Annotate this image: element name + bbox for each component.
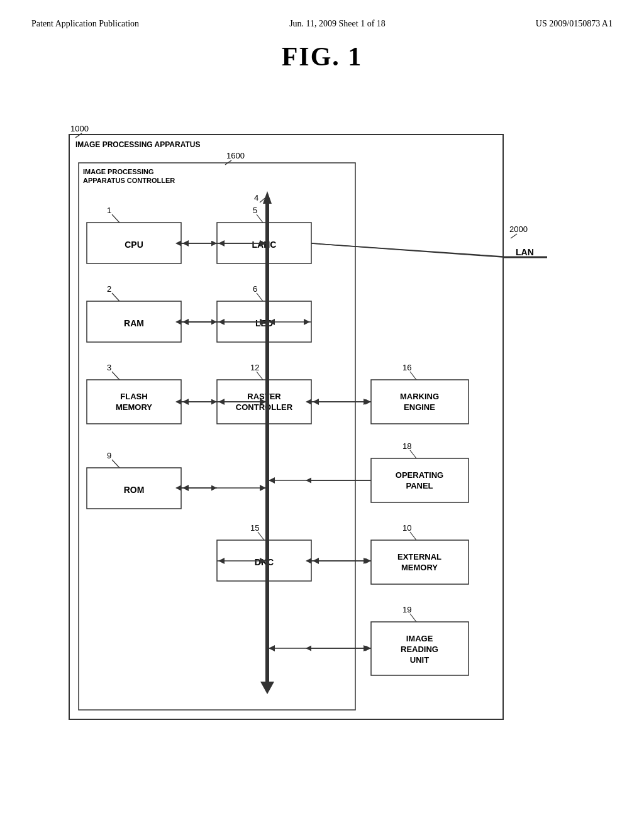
svg-marker-104 bbox=[269, 477, 275, 484]
svg-line-23 bbox=[112, 460, 119, 468]
header-center: Jun. 11, 2009 Sheet 1 of 18 bbox=[289, 19, 386, 29]
svg-marker-82 bbox=[260, 682, 274, 694]
svg-text:MEMORY: MEMORY bbox=[401, 563, 438, 572]
svg-marker-80 bbox=[263, 191, 272, 204]
svg-text:READING: READING bbox=[401, 645, 438, 654]
svg-line-59 bbox=[410, 614, 416, 622]
svg-text:LAN: LAN bbox=[516, 247, 534, 257]
svg-rect-41 bbox=[217, 540, 311, 581]
svg-marker-93 bbox=[260, 485, 266, 491]
svg-rect-11 bbox=[87, 223, 181, 263]
svg-rect-32 bbox=[217, 301, 311, 342]
svg-line-10 bbox=[112, 214, 119, 223]
svg-line-31 bbox=[257, 293, 263, 301]
svg-text:IMAGE PROCESSING APPARATUS: IMAGE PROCESSING APPARATUS bbox=[75, 140, 200, 149]
svg-line-49 bbox=[410, 450, 416, 458]
svg-text:PANEL: PANEL bbox=[406, 481, 433, 490]
svg-rect-60 bbox=[371, 622, 469, 675]
svg-line-8 bbox=[225, 160, 231, 165]
svg-line-18 bbox=[112, 372, 119, 380]
svg-text:5: 5 bbox=[253, 206, 257, 215]
svg-marker-109 bbox=[364, 645, 370, 651]
svg-rect-45 bbox=[371, 380, 469, 424]
svg-text:18: 18 bbox=[402, 441, 411, 451]
svg-text:6: 6 bbox=[253, 284, 257, 294]
svg-rect-0 bbox=[69, 135, 503, 719]
svg-rect-28 bbox=[217, 223, 311, 263]
svg-rect-2 bbox=[79, 163, 355, 710]
svg-line-27 bbox=[257, 214, 263, 223]
svg-text:IMAGE PROCESSING: IMAGE PROCESSING bbox=[83, 168, 153, 175]
svg-text:MEMORY: MEMORY bbox=[116, 402, 152, 412]
svg-marker-84 bbox=[260, 240, 266, 246]
svg-rect-15 bbox=[87, 301, 181, 342]
svg-text:RASTER: RASTER bbox=[247, 392, 281, 401]
figure-title: FIG. 1 bbox=[31, 42, 613, 72]
svg-line-40 bbox=[258, 532, 264, 540]
svg-line-35 bbox=[257, 372, 263, 380]
svg-marker-88 bbox=[182, 319, 189, 325]
svg-marker-113 bbox=[218, 558, 225, 564]
svg-marker-94 bbox=[182, 485, 189, 491]
svg-text:OPERATING: OPERATING bbox=[396, 470, 443, 480]
svg-text:1600: 1600 bbox=[226, 151, 245, 160]
svg-text:IMAGE: IMAGE bbox=[406, 634, 433, 643]
svg-marker-87 bbox=[260, 319, 266, 325]
svg-marker-122 bbox=[218, 399, 225, 405]
svg-marker-90 bbox=[260, 399, 266, 405]
svg-marker-107 bbox=[313, 558, 319, 564]
svg-marker-102 bbox=[313, 399, 319, 405]
svg-text:ENGINE: ENGINE bbox=[404, 402, 435, 412]
svg-line-96 bbox=[311, 243, 503, 257]
svg-marker-91 bbox=[182, 399, 189, 405]
svg-line-54 bbox=[410, 532, 416, 540]
svg-marker-101 bbox=[364, 399, 370, 405]
svg-text:2000: 2000 bbox=[509, 224, 528, 234]
svg-marker-117 bbox=[260, 240, 266, 246]
svg-line-65 bbox=[511, 234, 517, 238]
svg-rect-50 bbox=[371, 458, 469, 502]
svg-text:3: 3 bbox=[107, 363, 111, 372]
svg-marker-99 bbox=[269, 319, 275, 325]
diagram-area: IMAGE PROCESSING APPARATUS IMAGE PROCESS… bbox=[31, 91, 579, 732]
svg-text:10: 10 bbox=[402, 523, 411, 533]
svg-marker-110 bbox=[269, 645, 275, 651]
svg-text:ROM: ROM bbox=[124, 485, 145, 495]
header: Patent Application Publication Jun. 11, … bbox=[31, 19, 613, 29]
svg-text:1: 1 bbox=[107, 206, 111, 215]
svg-text:9: 9 bbox=[107, 451, 111, 460]
svg-line-44 bbox=[410, 372, 416, 380]
page: Patent Application Publication Jun. 11, … bbox=[0, 0, 644, 830]
svg-text:LED: LED bbox=[255, 318, 273, 328]
svg-text:DKC: DKC bbox=[255, 557, 274, 567]
svg-text:MARKING: MARKING bbox=[400, 392, 439, 401]
svg-line-72 bbox=[311, 243, 503, 257]
svg-marker-120 bbox=[260, 319, 266, 325]
svg-text:FLASH: FLASH bbox=[120, 392, 147, 401]
svg-text:RAM: RAM bbox=[124, 318, 144, 328]
svg-rect-36 bbox=[217, 380, 311, 424]
svg-text:CPU: CPU bbox=[125, 240, 143, 250]
svg-text:16: 16 bbox=[402, 363, 411, 372]
svg-text:EXTERNAL: EXTERNAL bbox=[397, 552, 441, 562]
header-left: Patent Application Publication bbox=[31, 19, 139, 29]
header-right: US 2009/0150873 A1 bbox=[536, 19, 613, 29]
svg-text:APPARATUS CONTROLLER: APPARATUS CONTROLLER bbox=[83, 177, 175, 184]
svg-marker-106 bbox=[364, 558, 370, 564]
svg-rect-24 bbox=[87, 468, 181, 509]
svg-marker-98 bbox=[304, 319, 310, 325]
svg-text:1000: 1000 bbox=[70, 124, 89, 133]
svg-text:19: 19 bbox=[402, 605, 411, 614]
svg-marker-116 bbox=[218, 240, 225, 246]
svg-line-6 bbox=[75, 133, 82, 138]
svg-marker-123 bbox=[260, 399, 266, 405]
svg-marker-85 bbox=[182, 240, 189, 246]
svg-text:UNIT: UNIT bbox=[410, 655, 429, 665]
svg-text:12: 12 bbox=[250, 363, 259, 372]
svg-text:15: 15 bbox=[250, 523, 259, 533]
svg-marker-119 bbox=[218, 319, 225, 325]
svg-text:LANC: LANC bbox=[252, 240, 277, 250]
svg-marker-114 bbox=[260, 558, 266, 564]
svg-line-14 bbox=[112, 293, 119, 301]
svg-text:2: 2 bbox=[107, 284, 111, 294]
